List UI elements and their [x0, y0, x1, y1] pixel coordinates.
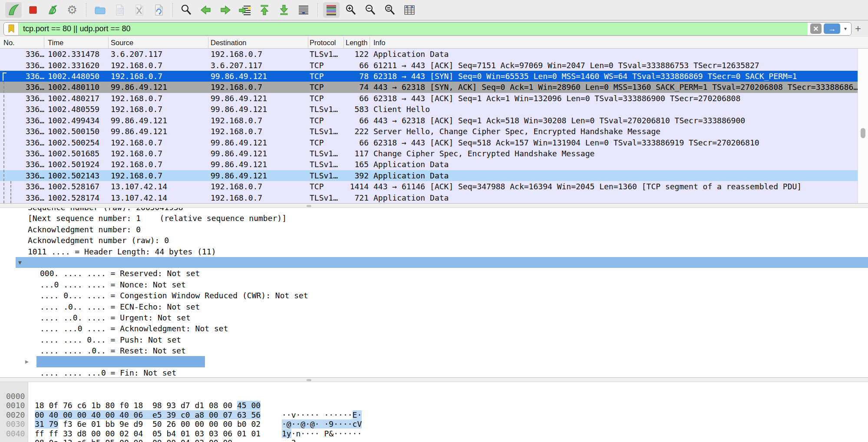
cell-no: 336…	[0, 148, 44, 159]
go-to-top-button[interactable]	[256, 2, 273, 18]
save-file-button[interactable]: 010100110101010	[111, 2, 128, 18]
packet-row[interactable]: 336…1002.448050192.168.0.799.86.49.121TC…	[0, 71, 858, 82]
zoom-out-button[interactable]	[362, 2, 379, 18]
scrollbar-thumb[interactable]	[861, 128, 865, 138]
expander-down-icon[interactable]: ▼	[18, 257, 22, 268]
capture-options-button[interactable]: ⚙	[64, 2, 80, 18]
packet-list-scrollbar[interactable]	[858, 49, 868, 203]
pane-splitter[interactable]	[0, 377, 868, 382]
cell-info: Application Data	[370, 49, 858, 59]
splitter-handle-icon[interactable]	[307, 205, 311, 207]
cell-protocol: TCP	[308, 137, 344, 148]
hex-row[interactable]: 0020 31 79 f3 6e 01 bb 9e d9 50 26 00 00…	[0, 401, 868, 410]
reload-file-button[interactable]: 1011	[150, 2, 167, 18]
hex-row[interactable]: 0040 08 0a 13 e6 b5 95 00 00 00 00 04 02…	[0, 419, 868, 429]
detail-line[interactable]: ...0 .... .... = Nonce: Not set	[0, 279, 868, 290]
auto-scroll-button[interactable]	[295, 2, 312, 18]
detail-line[interactable]: Acknowledgment number: 0	[0, 224, 868, 235]
packet-row[interactable]: 336…1002.49943499.86.49.121192.168.0.7TC…	[0, 115, 858, 126]
packet-row[interactable]: 336…1002.502143192.168.0.799.86.49.121TL…	[0, 170, 858, 181]
detail-line[interactable]: .... 0... .... = Congestion Window Reduc…	[0, 290, 868, 301]
hex-row[interactable]: 0010 00 40 00 00 40 00 40 06 e5 39 c0 a8…	[0, 392, 868, 401]
cell-info: 62318 → 443 [SYN] Seq=0 Win=65535 Len=0 …	[370, 71, 858, 82]
filter-apply-button[interactable]: →	[824, 23, 840, 34]
column-header-time[interactable]: Time	[44, 37, 109, 48]
detail-line[interactable]: Acknowledgment number (raw): 0	[0, 235, 868, 246]
start-capture-button[interactable]	[5, 2, 22, 18]
display-filter-field[interactable]: tcp.port == 80 || udp.port == 80 ✕ → ▾	[3, 22, 851, 36]
column-header-no[interactable]: No.	[0, 37, 44, 48]
restart-fin-icon	[46, 3, 59, 16]
expander-right-icon[interactable]: ▶	[25, 356, 29, 367]
detail-line-syn-highlighted[interactable]: ▶ .... .... ..1. = Syn: Set	[0, 356, 868, 367]
stop-capture-button[interactable]	[25, 2, 41, 18]
zoom-in-button[interactable]	[343, 2, 359, 18]
detail-line-flags-selected[interactable]: ▼ Flags: 0x002 (SYN)	[0, 257, 868, 268]
column-header-length[interactable]: Length	[344, 37, 370, 48]
cell-info: Application Data	[370, 159, 858, 170]
detail-line[interactable]: 1011 .... = Header Length: 44 bytes (11)	[0, 246, 868, 257]
filter-add-button[interactable]: +	[851, 23, 865, 34]
packet-row[interactable]: 336…1002.50015099.86.49.121192.168.0.7TL…	[0, 126, 858, 137]
detail-line[interactable]: .... .... ...0 = Fin: Not set	[0, 367, 868, 377]
cell-destination: 99.86.49.121	[208, 93, 308, 104]
cell-no: 336…	[0, 59, 44, 70]
cell-time: 1002.501685	[44, 148, 109, 159]
cell-destination: 192.168.0.7	[208, 192, 308, 203]
filter-dropdown-caret[interactable]: ▾	[842, 26, 848, 32]
column-header-source[interactable]: Source	[109, 37, 208, 48]
resize-columns-button[interactable]	[401, 2, 418, 18]
filter-clear-button[interactable]: ✕	[810, 23, 822, 34]
detail-line[interactable]: Sequence number (raw): 2665041958	[0, 208, 868, 213]
cell-destination: 99.86.49.121	[208, 71, 308, 82]
cell-source: 99.86.49.121	[109, 115, 208, 126]
detail-line[interactable]: 000. .... .... = Reserved: Not set	[0, 268, 868, 279]
colorize-packets-button[interactable]	[323, 2, 340, 18]
detail-line[interactable]: .... ..0. .... = Urgent: Not set	[0, 312, 868, 323]
filter-bookmark-button[interactable]	[4, 23, 19, 35]
cell-time: 1002.501924	[44, 159, 109, 170]
cell-destination: 3.6.207.117	[208, 59, 308, 70]
pane-splitter[interactable]	[0, 203, 868, 208]
packet-row[interactable]: 336…1002.480559192.168.0.799.86.49.121TL…	[0, 104, 858, 115]
display-filter-input[interactable]: tcp.port == 80 || udp.port == 80	[19, 23, 808, 35]
zoom-normal-button[interactable]	[382, 2, 398, 18]
ascii-highlight: 1y	[282, 429, 291, 438]
packet-row[interactable]: 336…1002.501924192.168.0.799.86.49.121TL…	[0, 159, 858, 170]
packet-row[interactable]: 336…1002.480217192.168.0.799.86.49.121TC…	[0, 93, 858, 104]
packet-row[interactable]: 336…1002.331620192.168.0.73.6.207.117TCP…	[0, 59, 858, 70]
detail-line[interactable]: .... ...0 .... = Acknowledgment: Not set	[0, 323, 868, 334]
packet-row[interactable]: 336…1002.500254192.168.0.799.86.49.121TC…	[0, 137, 858, 148]
hex-row[interactable]: 0000 18 0f 76 c6 1b 80 f0 18 98 93 d7 d1…	[0, 382, 868, 392]
detail-line[interactable]: [Next sequence number: 1 (relative seque…	[0, 213, 868, 224]
splitter-handle-icon[interactable]	[307, 379, 311, 381]
packet-row[interactable]: 336…1002.501685192.168.0.799.86.49.121TL…	[0, 148, 858, 159]
cell-info: 62318 → 443 [ACK] Seq=518 Ack=157 Win=13…	[370, 137, 858, 148]
detail-line[interactable]: .... .... .0.. = Reset: Not set	[0, 345, 868, 356]
hex-dump-pane: 0000 18 0f 76 c6 1b 80 f0 18 98 93 d7 d1…	[0, 382, 868, 442]
column-header-info[interactable]: Info	[370, 37, 868, 48]
detail-line[interactable]: .... .0.. .... = ECN-Echo: Not set	[0, 301, 868, 312]
packet-row[interactable]: 336…1002.3314783.6.207.117192.168.0.7TLS…	[0, 49, 858, 59]
go-forward-button[interactable]	[217, 2, 234, 18]
go-back-button[interactable]	[198, 2, 214, 18]
column-header-protocol[interactable]: Protocol	[308, 37, 344, 48]
folder-icon	[93, 3, 106, 16]
packet-row[interactable]: 336…1002.48011099.86.49.121192.168.0.7TC…	[0, 82, 858, 92]
packet-row[interactable]: 336…1002.52816713.107.42.14192.168.0.7TC…	[0, 181, 858, 192]
hex-row[interactable]: 0030 ff ff 33 d8 00 00 02 04 05 b4 01 03…	[0, 410, 868, 420]
detail-line[interactable]: .... .... 0... = Push: Not set	[0, 334, 868, 345]
restart-capture-button[interactable]	[44, 2, 61, 18]
find-packet-button[interactable]	[178, 2, 195, 18]
cell-source: 192.168.0.7	[109, 93, 208, 104]
wireshark-window: ⚙ 010100110101010 1011	[0, 0, 868, 442]
open-file-button[interactable]	[92, 2, 108, 18]
close-file-button[interactable]	[131, 2, 147, 18]
packet-row[interactable]: 336…1002.52817413.107.42.14192.168.0.7TL…	[0, 192, 858, 203]
filter-bar: tcp.port == 80 || udp.port == 80 ✕ → ▾ +	[0, 20, 868, 37]
column-header-destination[interactable]: Destination	[208, 37, 308, 48]
go-to-bottom-button[interactable]	[276, 2, 292, 18]
cell-source: 192.168.0.7	[109, 148, 208, 159]
go-to-packet-button[interactable]	[237, 2, 253, 18]
cell-destination: 192.168.0.7	[208, 49, 308, 59]
